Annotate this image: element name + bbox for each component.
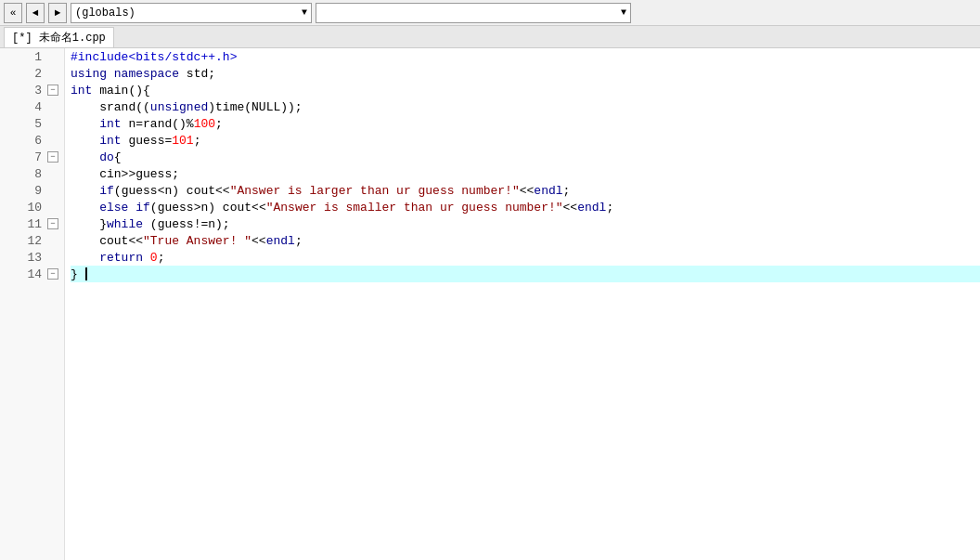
line-num-11: 11	[25, 217, 47, 231]
code-line-7: do{	[71, 149, 980, 165]
code-line-11: }while (guess!=n);	[71, 215, 980, 232]
code-line-4: srand((unsigned)time(NULL));	[71, 98, 980, 115]
line-num-12: 12	[25, 234, 47, 248]
line-number-row: 13	[0, 249, 64, 266]
tab-file[interactable]: [*] 未命名1.cpp	[4, 27, 114, 47]
code-line-5: int n=rand()%100;	[71, 115, 980, 132]
nav-prev-button[interactable]: ◄	[26, 3, 45, 23]
line-number-row: 2	[0, 65, 64, 82]
line-num-13: 13	[25, 251, 47, 265]
line-number-row: 10	[0, 199, 64, 215]
line-number-row: 14 −	[0, 266, 64, 282]
text-cursor	[85, 267, 87, 280]
fold-indicator-3[interactable]: −	[47, 85, 58, 96]
nav-extra-button[interactable]: «	[4, 3, 22, 23]
line-number-row: 5	[0, 115, 64, 132]
line-number-row: 9	[0, 182, 64, 199]
code-line-2: using namespace std;	[71, 65, 980, 82]
line-number-row: 8	[0, 165, 64, 182]
code-line-10: else if(guess>n) cout<<"Answer is smalle…	[71, 199, 980, 215]
line-number-row: 6	[0, 132, 64, 149]
line-num-5: 5	[25, 117, 47, 131]
line-num-8: 8	[25, 167, 47, 181]
line-num-10: 10	[25, 201, 47, 215]
code-line-3: int main(){	[71, 82, 980, 98]
fold-indicator-11[interactable]: −	[47, 218, 58, 229]
line-num-6: 6	[25, 134, 47, 148]
code-area[interactable]: #include<bits/stdc++.h> using namespace …	[65, 48, 980, 560]
line-number-row: 4	[0, 98, 64, 115]
line-num-1: 1	[25, 50, 47, 64]
code-line-13: return 0;	[71, 249, 980, 266]
line-num-2: 2	[25, 67, 47, 81]
globals-dropdown[interactable]: (globals) ▼	[71, 3, 312, 23]
line-num-3: 3	[25, 84, 47, 98]
code-line-12: cout<<"True Answer! "<<endl;	[71, 232, 980, 249]
globals-dropdown-arrow: ▼	[302, 7, 307, 18]
globals-dropdown-value: (globals)	[75, 7, 135, 20]
code-line-8: cin>>guess;	[71, 165, 980, 182]
line-number-row: 12	[0, 232, 64, 249]
tab-file-label: [*] 未命名1.cpp	[12, 30, 106, 46]
line-number-row: 11 −	[0, 215, 64, 232]
nav-next-button[interactable]: ►	[48, 3, 67, 23]
tab-bar: [*] 未命名1.cpp	[0, 26, 980, 48]
code-line-14: }	[71, 266, 980, 282]
line-number-row: 1	[0, 48, 64, 65]
code-line-1: #include<bits/stdc++.h>	[71, 48, 980, 65]
line-num-14: 14	[25, 267, 47, 281]
fold-indicator-7[interactable]: −	[47, 151, 58, 163]
fold-indicator-14[interactable]: −	[47, 268, 58, 280]
line-number-row: 3 −	[0, 82, 64, 98]
code-line-6: int guess=101;	[71, 132, 980, 149]
function-dropdown-arrow: ▼	[621, 7, 626, 18]
toolbar: « ◄ ► (globals) ▼ ▼	[0, 0, 980, 26]
line-num-9: 9	[25, 184, 47, 198]
editor-container: 1 2 3 − 4 5 6 7 −	[0, 48, 980, 560]
function-dropdown[interactable]: ▼	[316, 3, 631, 23]
line-num-4: 4	[25, 100, 47, 114]
line-numbers: 1 2 3 − 4 5 6 7 −	[0, 48, 65, 560]
code-line-9: if(guess<n) cout<<"Answer is larger than…	[71, 182, 980, 199]
line-number-row: 7 −	[0, 149, 64, 165]
line-num-7: 7	[25, 150, 47, 164]
